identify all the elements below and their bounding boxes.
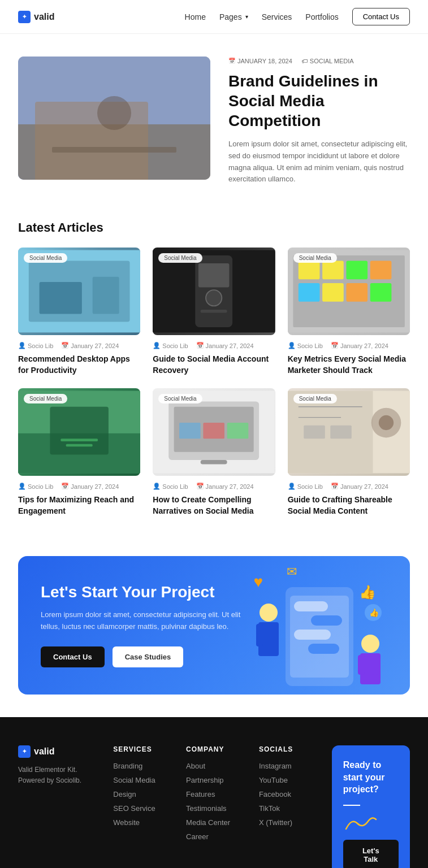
svg-rect-18 [346, 261, 368, 279]
svg-rect-33 [204, 423, 225, 439]
svg-rect-13 [201, 310, 227, 313]
footer-company-list: About Partnership Features Testimonials … [186, 761, 242, 841]
article-title: Guide to Crafting Shareable Social Media… [288, 494, 410, 517]
svg-rect-4 [52, 147, 176, 153]
logo[interactable]: ✦ valid [18, 11, 54, 23]
svg-rect-35 [201, 460, 227, 465]
footer-services-title: SERVICES [113, 745, 169, 753]
footer-cta-divider [343, 805, 360, 806]
svg-rect-16 [298, 261, 319, 279]
svg-rect-53 [270, 624, 276, 646]
footer-socials-list: Instagram YouTube Facebook TikTok X (Twi… [259, 761, 315, 827]
calendar-icon: 📅 [61, 342, 69, 349]
author: 👤Socio Lib [153, 483, 188, 490]
calendar-icon: 📅 [196, 483, 204, 490]
svg-rect-22 [346, 283, 368, 302]
footer-services-list: Branding Social Media Design SEO Service… [113, 761, 169, 827]
list-item: Branding [113, 761, 169, 770]
tag-icon: 🏷 [301, 58, 308, 64]
nav-contact-button[interactable]: Contact Us [352, 8, 410, 25]
user-icon: 👤 [18, 342, 26, 349]
user-icon: 👤 [153, 342, 161, 349]
logo-text: valid [34, 12, 54, 22]
author: 👤Socio Lib [153, 342, 188, 349]
user-icon: 👤 [288, 342, 296, 349]
article-image: Social Media [153, 248, 275, 335]
article-title: Key Metrics Every Social Media Marketer … [288, 354, 410, 376]
hero-date: JANUARY 18, 2024 [228, 58, 292, 64]
list-item: Media Center [186, 818, 242, 827]
nav-links: Home Pages ▾ Services Portfolios Contact… [185, 8, 410, 25]
footer-brand: ✦ valid Valid Elementor Kit. Powered by … [18, 745, 96, 868]
list-item: Features [186, 789, 242, 798]
article-image: Social Media [288, 388, 410, 476]
svg-point-12 [206, 290, 222, 306]
nav-pages-label[interactable]: Pages [219, 12, 242, 21]
nav-home[interactable]: Home [185, 12, 206, 21]
hero-section: JANUARY 18, 2024 🏷 SOCIAL MEDIA Brand Gu… [0, 34, 428, 209]
cta-contact-button[interactable]: Contact Us [41, 646, 105, 667]
article-card: Social Media 👤Socio Lib 📅January 27, 202… [153, 388, 275, 517]
article-meta: 👤Socio Lib 📅January 27, 2024 [153, 483, 275, 490]
navbar: ✦ valid Home Pages ▾ Services Portfolios… [0, 0, 428, 34]
svg-rect-7 [40, 282, 82, 314]
footer-company-column: COMPANY About Partnership Features Testi… [186, 745, 242, 868]
article-card: Social Media 👤Socio Lib 📅January 27, 202… [288, 388, 410, 517]
list-item: X (Twitter) [259, 818, 315, 827]
squiggle-icon [343, 815, 377, 832]
hero-meta: JANUARY 18, 2024 🏷 SOCIAL MEDIA [228, 58, 410, 64]
list-item: Design [113, 789, 169, 798]
list-item: Career [186, 832, 242, 841]
article-badge: Social Media [24, 253, 67, 263]
list-item: SEO Service [113, 804, 169, 813]
calendar-icon: 📅 [331, 342, 339, 349]
list-item: About [186, 761, 242, 770]
footer-cta-title: Ready to start your project? [343, 759, 399, 796]
svg-rect-41 [330, 426, 352, 439]
article-title: Guide to Social Media Account Recovery [153, 354, 275, 376]
calendar-icon [228, 58, 235, 64]
list-item: TikTok [259, 804, 315, 813]
svg-rect-28 [66, 444, 93, 447]
article-image: Social Media [153, 388, 275, 476]
svg-rect-49 [308, 644, 339, 654]
footer-columns: ✦ valid Valid Elementor Kit. Powered by … [18, 745, 410, 868]
svg-rect-52 [256, 624, 263, 646]
article-meta: 👤Socio Lib 📅January 27, 2024 [18, 342, 140, 349]
article-image: Social Media [288, 248, 410, 335]
svg-rect-20 [298, 283, 319, 302]
nav-pages-dropdown[interactable]: Pages ▾ [219, 12, 248, 21]
footer-lets-talk-button[interactable]: Let's Talk [343, 840, 399, 868]
article-title: Tips for Maximizing Reach and Engagement [18, 494, 140, 517]
svg-point-43 [378, 415, 393, 430]
date: 📅January 27, 2024 [196, 342, 254, 349]
svg-rect-40 [304, 426, 325, 439]
hero-description: Lorem ipsum dolor sit amet, consectetur … [228, 138, 410, 185]
svg-point-54 [361, 635, 379, 653]
nav-services[interactable]: Services [262, 12, 292, 21]
list-item: Testimonials [186, 804, 242, 813]
svg-rect-27 [60, 439, 98, 441]
svg-rect-26 [50, 407, 108, 455]
svg-rect-56 [358, 655, 365, 675]
footer-socials-column: SOCIALS Instagram YouTube Facebook TikTo… [259, 745, 315, 868]
article-card: Social Media 👤Socio Lib 📅January 27, 202 [288, 248, 410, 376]
hero-content: JANUARY 18, 2024 🏷 SOCIAL MEDIA Brand Gu… [228, 58, 410, 185]
latest-articles-title: Latest Articles [18, 220, 410, 235]
list-item: Facebook [259, 789, 315, 798]
article-card: Social Media 👤Socio Lib 📅January 27, 202… [153, 248, 275, 376]
user-icon: 👤 [18, 483, 26, 490]
author: 👤Socio Lib [288, 342, 323, 349]
nav-portfolios[interactable]: Portfolios [305, 12, 338, 21]
cta-case-studies-button[interactable]: Case Studies [113, 646, 184, 667]
chevron-down-icon: ▾ [245, 14, 248, 20]
svg-text:👍: 👍 [369, 608, 379, 618]
article-meta: 👤Socio Lib 📅January 27, 2024 [18, 483, 140, 490]
article-meta: 👤Socio Lib 📅January 27, 2024 [288, 483, 410, 490]
svg-rect-2 [35, 102, 148, 180]
date: 📅January 27, 2024 [331, 342, 388, 349]
date: 📅January 27, 2024 [196, 483, 254, 490]
svg-point-3 [97, 96, 131, 130]
cta-title: Let's Start Your Project [41, 583, 256, 601]
svg-rect-17 [322, 261, 344, 279]
